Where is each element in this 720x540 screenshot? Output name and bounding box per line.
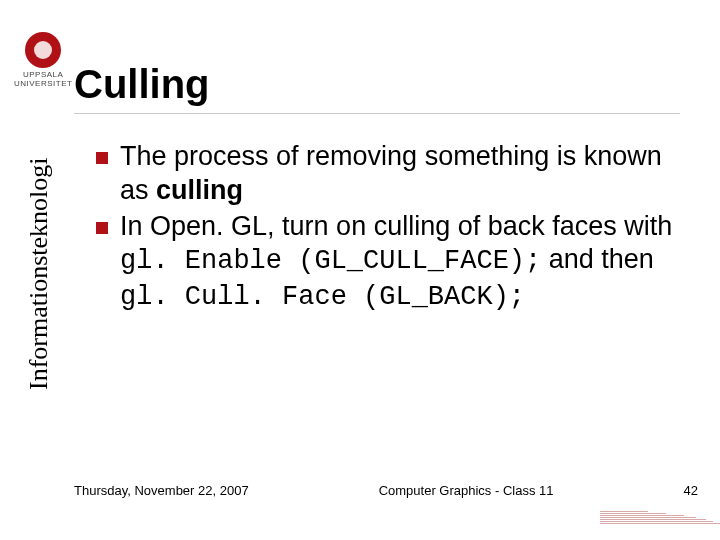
bullet-code: gl. Enable (GL_CULL_FACE); <box>120 246 541 276</box>
logo-text-line2: UNIVERSITET <box>14 79 72 88</box>
footer-date: Thursday, November 22, 2007 <box>74 483 249 498</box>
decorative-stripes-icon <box>600 496 720 524</box>
bullet-item: The process of removing something is kno… <box>96 140 690 208</box>
slide-content: The process of removing something is kno… <box>96 140 690 317</box>
logo-seal-inner <box>34 41 52 59</box>
bullet-text: The process of removing something is kno… <box>120 140 690 208</box>
bullet-mid: and then <box>541 244 654 274</box>
sidebar-vertical-label: Informationsteknologi <box>24 157 54 390</box>
bullet-pre: In Open. GL, turn on culling of back fac… <box>120 211 672 241</box>
logo-text-line1: UPPSALA <box>23 70 63 79</box>
slide-title: Culling <box>74 62 680 114</box>
slide: UPPSALA UNIVERSITET Culling Informations… <box>0 0 720 540</box>
bullet-code: gl. Cull. Face (GL_BACK); <box>120 282 525 312</box>
logo-seal-icon <box>25 32 61 68</box>
bullet-bold: culling <box>156 175 243 205</box>
bullet-square-icon <box>96 152 108 164</box>
bullet-item: In Open. GL, turn on culling of back fac… <box>96 210 690 315</box>
bullet-square-icon <box>96 222 108 234</box>
bullet-text: In Open. GL, turn on culling of back fac… <box>120 210 690 315</box>
university-logo: UPPSALA UNIVERSITET <box>14 32 72 88</box>
